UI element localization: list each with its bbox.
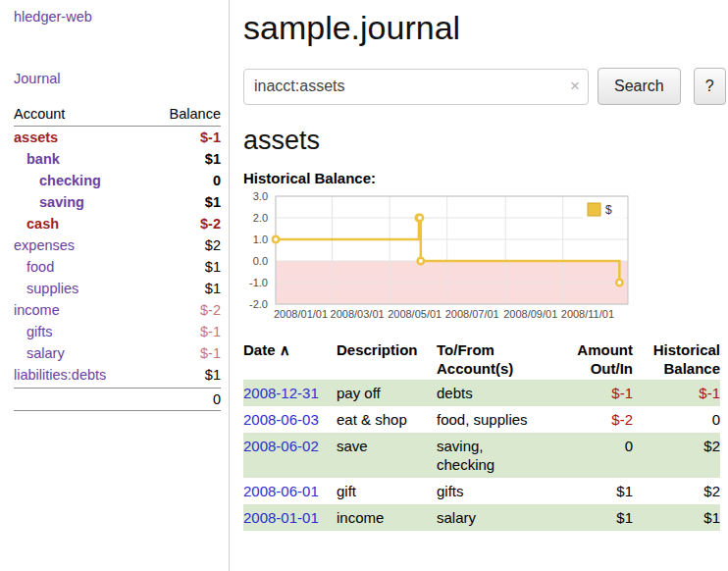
x-tick-label: 2008/05/01: [388, 308, 442, 320]
transaction-description: pay off: [337, 380, 437, 406]
x-tick-label: 2008/01/01: [274, 308, 328, 320]
column-header-balance: Historical Balance: [633, 338, 720, 380]
accounts-header-balance: Balance: [170, 106, 221, 122]
transaction-balance: 0: [633, 406, 720, 433]
account-link-saving[interactable]: saving: [14, 191, 84, 213]
account-tree: assets$-1bank$1checking0saving$1cash$-2e…: [14, 127, 221, 386]
clear-search-icon[interactable]: ×: [570, 77, 580, 96]
y-tick-label: -1.0: [249, 277, 268, 288]
y-tick-label: 2.0: [253, 212, 268, 224]
account-balance: $2: [205, 234, 221, 256]
historical-balance-chart: $3.02.01.00.0-1.0-2.02008/01/012008/03/0…: [243, 190, 632, 322]
transaction-date-link[interactable]: 2008-06-03: [243, 411, 319, 428]
account-link-bank[interactable]: bank: [14, 148, 60, 170]
transaction-description: eat & shop: [337, 406, 437, 433]
transaction-accounts: food, supplies: [437, 406, 554, 433]
account-balance: $1: [205, 278, 221, 299]
account-link-assets[interactable]: assets: [14, 127, 58, 148]
account-row: expenses$2: [14, 234, 221, 256]
register-row: 2008-06-01giftgifts$1$2: [243, 478, 720, 504]
section-heading: assets: [243, 126, 726, 156]
y-tick-label: 3.0: [253, 190, 268, 202]
account-balance: 0: [213, 170, 221, 191]
accounts-header-account: Account: [14, 106, 65, 122]
account-balance: $-1: [200, 321, 221, 342]
transaction-accounts: gifts: [437, 478, 554, 504]
x-tick-label: 2008/07/01: [445, 308, 499, 320]
y-tick-label: 1.0: [253, 234, 268, 245]
register-body: 2008-12-31pay offdebts$-1$-12008-06-03ea…: [243, 380, 720, 531]
chart-title: Historical Balance:: [243, 170, 726, 186]
legend-swatch: [588, 203, 600, 216]
transaction-description: save: [337, 433, 437, 478]
account-row: income$-2: [14, 299, 221, 321]
help-button[interactable]: ?: [694, 68, 726, 105]
search-input[interactable]: [243, 69, 589, 105]
account-balance: $1: [205, 148, 221, 170]
brand-link[interactable]: hledger-web: [14, 9, 92, 25]
transaction-balance: $1: [633, 504, 720, 531]
column-header-date-label: Date: [243, 341, 276, 358]
account-row: cash$-2: [14, 213, 221, 234]
account-balance: $-1: [200, 127, 221, 148]
accounts-total-value: 0: [213, 391, 221, 407]
transaction-amount: $1: [554, 504, 633, 531]
search-button[interactable]: Search: [598, 68, 681, 105]
account-link-expenses[interactable]: expenses: [14, 234, 75, 256]
account-balance: $1: [205, 191, 221, 213]
legend-label: $: [605, 203, 612, 217]
app-window: hledger-web Journal Account Balance asse…: [0, 0, 728, 571]
transaction-amount: $1: [554, 478, 633, 504]
accounts-header: Account Balance: [14, 106, 221, 127]
register-row: 2008-06-03eat & shopfood, supplies$-20: [243, 406, 720, 433]
x-tick-label: 2008/03/01: [331, 308, 385, 320]
account-link-salary[interactable]: salary: [14, 342, 65, 364]
transaction-date-link[interactable]: 2008-01-01: [243, 509, 319, 526]
transaction-date-link[interactable]: 2008-12-31: [243, 385, 319, 401]
account-row: bank$1: [14, 148, 221, 170]
account-row: food$1: [14, 256, 221, 278]
column-header-date[interactable]: Date ∧: [243, 338, 337, 380]
y-tick-label: -2.0: [249, 298, 268, 310]
account-row: saving$1: [14, 191, 221, 213]
account-link-food[interactable]: food: [14, 256, 54, 278]
transaction-balance: $-1: [633, 380, 720, 406]
transaction-accounts: debts: [437, 380, 554, 406]
column-header-amount: Amount Out/In: [554, 338, 633, 380]
account-link-cash[interactable]: cash: [14, 213, 59, 234]
accounts-total-row: 0: [14, 388, 221, 411]
search-form: × Search ?: [243, 68, 726, 105]
data-point-marker: [417, 215, 423, 221]
transaction-accounts: salary: [437, 504, 554, 531]
account-link-gifts[interactable]: gifts: [14, 321, 53, 342]
register-table: Date ∧ Description To/From Account(s) Am…: [243, 338, 720, 531]
account-balance: $-1: [200, 342, 221, 364]
account-row: assets$-1: [14, 127, 221, 148]
register-row: 2008-12-31pay offdebts$-1$-1: [243, 380, 720, 406]
column-header-accounts: To/From Account(s): [437, 338, 554, 380]
transaction-amount: $-2: [554, 406, 633, 433]
data-point-marker: [273, 236, 279, 242]
transaction-amount: 0: [554, 433, 633, 478]
account-row: gifts$-1: [14, 321, 221, 342]
transaction-date-link[interactable]: 2008-06-02: [243, 438, 319, 454]
account-link-supplies[interactable]: supplies: [14, 278, 78, 299]
page-title: sample.journal: [243, 10, 726, 46]
search-box: ×: [243, 69, 589, 105]
account-link-liabilities-debts[interactable]: liabilities:debts: [14, 364, 106, 386]
transaction-balance: $2: [633, 478, 720, 504]
account-link-income[interactable]: income: [14, 299, 60, 321]
data-point-marker: [418, 258, 424, 264]
transaction-description: gift: [337, 478, 437, 504]
register-header-row: Date ∧ Description To/From Account(s) Am…: [243, 338, 720, 380]
y-tick-label: 0.0: [253, 255, 268, 267]
account-balance: $-2: [200, 213, 221, 234]
data-point-marker: [616, 280, 622, 286]
transaction-amount: $-1: [554, 380, 633, 406]
transaction-date-link[interactable]: 2008-06-01: [243, 483, 319, 499]
account-link-checking[interactable]: checking: [14, 170, 101, 191]
nav-journal-link[interactable]: Journal: [14, 71, 221, 86]
sidebar: hledger-web Journal Account Balance asse…: [0, 0, 230, 571]
account-row: supplies$1: [14, 278, 221, 299]
main-content: sample.journal × Search ? assets Histori…: [230, 0, 728, 571]
